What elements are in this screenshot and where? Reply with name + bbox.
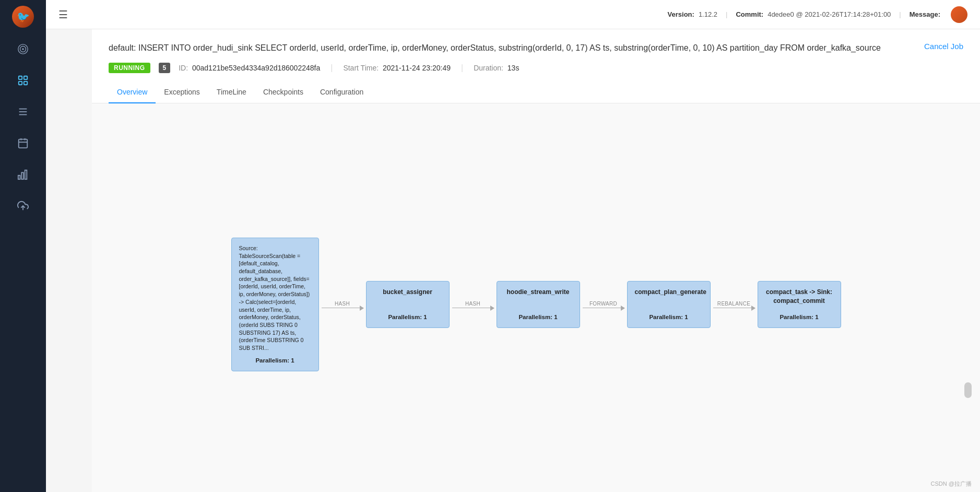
version-value: 1.12.2 bbox=[699, 10, 717, 18]
flow-node-compact-task[interactable]: compact_task -> Sink: compact_commit Par… bbox=[758, 281, 841, 328]
sidebar-item-upload[interactable] bbox=[0, 190, 46, 221]
commit-label: Commit: bbox=[736, 10, 763, 18]
svg-rect-14 bbox=[21, 172, 23, 179]
hamburger-button[interactable]: ☰ bbox=[58, 8, 68, 21]
compact-task-name: compact_task -> Sink: compact_commit bbox=[765, 288, 833, 306]
graph-area: Source: TableSourceScan(table =[default_… bbox=[92, 103, 980, 492]
id-value: 00ad121be53ed4334a92d186002248fa bbox=[192, 64, 320, 72]
sidebar-item-jobs[interactable] bbox=[0, 65, 46, 96]
flow-node-source[interactable]: Source: TableSourceScan(table =[default_… bbox=[231, 238, 319, 371]
svg-point-1 bbox=[22, 48, 24, 50]
arrow-hash-2: HASH bbox=[450, 301, 497, 309]
topbar-left: ☰ bbox=[58, 8, 68, 21]
tab-overview[interactable]: Overview bbox=[109, 81, 156, 103]
hoodie-stream-write-name: hoodie_stream_write bbox=[504, 288, 572, 297]
job-title-text: default: INSERT INTO order_hudi_sink SEL… bbox=[109, 42, 881, 54]
sidebar-item-dashboard[interactable] bbox=[0, 33, 46, 65]
arrow-label-rebalance: REBALANCE bbox=[717, 301, 750, 307]
divider-1: | bbox=[726, 10, 727, 18]
watermark: CSDN @拉广播 bbox=[931, 480, 972, 488]
arrow-rebalance: REBALANCE bbox=[711, 301, 758, 309]
arrow-line-4 bbox=[713, 308, 755, 309]
parallelism-badge: 5 bbox=[159, 63, 171, 73]
bucket-assigner-name: bucket_assigner bbox=[374, 288, 442, 297]
message-label: Message: bbox=[910, 10, 940, 18]
tab-checkpoints[interactable]: Checkpoints bbox=[255, 81, 312, 103]
sidebar-item-list[interactable] bbox=[0, 96, 46, 127]
job-title-row: default: INSERT INTO order_hudi_sink SEL… bbox=[109, 42, 963, 54]
arrow-line-1 bbox=[322, 308, 363, 309]
scroll-handle[interactable] bbox=[964, 382, 972, 398]
bucket-assigner-parallelism: Parallelism: 1 bbox=[374, 313, 442, 321]
svg-rect-13 bbox=[18, 175, 20, 179]
arrow-forward: FORWARD bbox=[580, 301, 627, 309]
job-id-item: ID: 00ad121be53ed4334a92d186002248fa bbox=[179, 64, 320, 72]
svg-rect-4 bbox=[19, 81, 22, 85]
tab-exceptions[interactable]: Exceptions bbox=[156, 81, 208, 103]
svg-rect-3 bbox=[24, 76, 27, 79]
sidebar-item-calendar[interactable] bbox=[0, 127, 46, 159]
start-time-value: 2021-11-24 23:20:49 bbox=[383, 64, 451, 72]
cancel-job-button[interactable]: Cancel Job bbox=[924, 42, 963, 51]
sidebar-logo: 🐦 bbox=[0, 0, 46, 33]
svg-rect-5 bbox=[24, 81, 27, 85]
topbar: ☰ Version: 1.12.2 | Commit: 4dedee0 @ 20… bbox=[46, 0, 980, 29]
user-avatar[interactable] bbox=[951, 6, 967, 23]
duration-item: Duration: 13s bbox=[474, 64, 519, 72]
arrow-label-hash-1: HASH bbox=[335, 301, 350, 307]
arrow-line-3 bbox=[583, 308, 624, 309]
tab-timeline[interactable]: TimeLine bbox=[208, 81, 255, 103]
source-parallelism: Parallelism: 1 bbox=[239, 356, 311, 365]
divider-2: | bbox=[899, 10, 901, 18]
start-time-item: Start Time: 2021-11-24 23:20:49 bbox=[343, 64, 451, 72]
version-label: Version: bbox=[668, 10, 694, 18]
svg-rect-2 bbox=[19, 76, 22, 79]
arrow-label-hash-2: HASH bbox=[465, 301, 480, 307]
sidebar-item-chart[interactable] bbox=[0, 159, 46, 190]
svg-rect-15 bbox=[25, 170, 27, 179]
start-time-label: Start Time: bbox=[343, 64, 379, 72]
logo-icon: 🐦 bbox=[12, 6, 34, 28]
compact-plan-generate-name: compact_plan_generate bbox=[635, 288, 703, 297]
source-desc: Source: TableSourceScan(table =[default_… bbox=[239, 244, 311, 352]
svg-rect-9 bbox=[19, 139, 28, 148]
flow-node-bucket-assigner[interactable]: bucket_assigner Parallelism: 1 bbox=[366, 281, 450, 328]
job-header: default: INSERT INTO order_hudi_sink SEL… bbox=[92, 29, 980, 81]
flow-node-compact-plan-generate[interactable]: compact_plan_generate Parallelism: 1 bbox=[627, 281, 711, 328]
arrow-label-forward: FORWARD bbox=[589, 301, 617, 307]
compact-plan-generate-parallelism: Parallelism: 1 bbox=[635, 313, 703, 321]
status-badge: RUNNING bbox=[109, 63, 150, 73]
hoodie-stream-write-parallelism: Parallelism: 1 bbox=[504, 313, 572, 321]
flow-diagram: Source: TableSourceScan(table =[default_… bbox=[231, 238, 841, 371]
commit-value: 4dedee0 @ 2021-02-26T17:14:28+01:00 bbox=[768, 10, 891, 18]
compact-task-parallelism: Parallelism: 1 bbox=[765, 313, 833, 321]
duration-label: Duration: bbox=[474, 64, 503, 72]
main-content: default: INSERT INTO order_hudi_sink SEL… bbox=[92, 29, 980, 492]
flow-node-hoodie-stream-write[interactable]: hoodie_stream_write Parallelism: 1 bbox=[497, 281, 580, 328]
topbar-right: Version: 1.12.2 | Commit: 4dedee0 @ 2021… bbox=[668, 6, 967, 23]
job-meta: RUNNING 5 ID: 00ad121be53ed4334a92d18600… bbox=[109, 63, 963, 73]
arrow-hash-1: HASH bbox=[319, 301, 366, 309]
sidebar: 🐦 bbox=[0, 0, 46, 492]
duration-value: 13s bbox=[507, 64, 519, 72]
tab-bar: Overview Exceptions TimeLine Checkpoints… bbox=[92, 81, 980, 103]
arrow-line-2 bbox=[452, 308, 494, 309]
tab-configuration[interactable]: Configuration bbox=[312, 81, 372, 103]
id-label: ID: bbox=[179, 64, 188, 72]
